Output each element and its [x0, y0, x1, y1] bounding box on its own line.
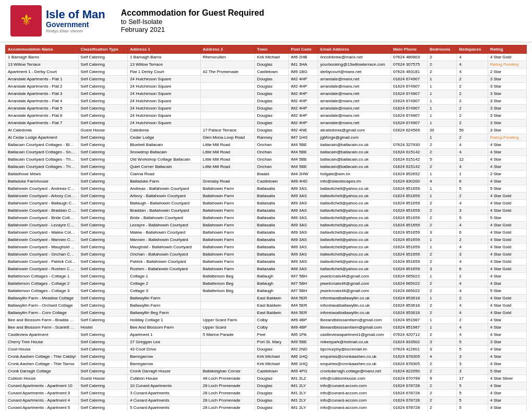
table-cell: ballavitchell@yahoo.co.uk [318, 200, 391, 207]
table-cell: IM9 4BP [288, 324, 318, 331]
table-cell: 5 [457, 339, 488, 346]
table-cell: 01624 878305 [391, 360, 427, 368]
table-cell: Arrandale Apartments - Flat 2 [6, 83, 79, 90]
table-cell: 4 Star Gold [488, 244, 526, 251]
table-cell [200, 360, 255, 368]
table-cell: Douglas [255, 76, 288, 83]
table-row: Cronk Darragh CottageSelf CateringCronk … [6, 368, 527, 375]
table-cell: 01624 830200 [391, 178, 427, 185]
table-cell: 5 Star [488, 287, 526, 295]
table-cell: Flat 1 Derby Court [128, 68, 201, 76]
table-cell: 4 Star [488, 331, 526, 339]
table-cell: 5 [457, 397, 488, 404]
table-row: Cunard Apartments - Apartment 10Self Cat… [6, 382, 527, 390]
table-row: At CaledoniaGuest HouseCaledonia17 Palac… [6, 127, 527, 134]
table-cell: 3 Star [488, 105, 526, 112]
table-cell: 2 [457, 236, 488, 244]
table-cell: 4 [457, 68, 488, 76]
table-cell: 4 [457, 324, 488, 331]
table-cell: Ballahowin Farm [200, 207, 255, 214]
table-cell: 4 [457, 141, 488, 149]
table-cell: 4 Star Gold [488, 236, 526, 244]
table-cell: IM9 3AS [288, 185, 318, 192]
page-title: Accommodation for Guest Required [121, 8, 264, 18]
table-cell: 5 [457, 404, 488, 412]
table-cell: 2 [427, 309, 456, 317]
table-cell: Ballahowin Courtyard - Arbory Cottage [6, 192, 79, 200]
table-cell: Ballasalla [255, 185, 288, 192]
table-cell: 2 [427, 368, 456, 375]
table-cell: IM1 2LZ [288, 375, 318, 382]
table-cell: 2 [457, 317, 488, 324]
table-cell: 1 [427, 171, 456, 178]
table-cell: ballacain@ballacain.co.uk [318, 149, 391, 156]
table-cell: Ballahowin Farm [200, 214, 255, 222]
table-cell: 42 The Promenade [200, 68, 255, 76]
table-cell: 01624 851659 [391, 258, 427, 265]
table-cell: arrandale@manx.net [318, 98, 391, 105]
table-cell: 2 [427, 331, 456, 339]
table-cell: 20 [427, 127, 456, 134]
table-cell: 5 Marine Parade [200, 331, 255, 339]
table-cell: Self Catering [78, 244, 128, 251]
table-cell: 4 Star Gold [488, 54, 526, 61]
table-cell: Ballasalla [255, 200, 288, 207]
table-cell: 2 [427, 302, 456, 309]
table-cell: 2 [427, 149, 456, 156]
table-cell: Rating Pending [488, 61, 526, 68]
table-cell: IM6 2HB [288, 54, 318, 61]
table-cell: Cianna Road [128, 171, 201, 178]
table-cell [200, 295, 255, 302]
table-cell: 01624 624569 [391, 127, 427, 134]
table-cell: Self Catering [78, 258, 128, 265]
table-cell: 5 Cunard Apartments [128, 404, 201, 412]
table-cell: 2 [457, 105, 488, 112]
table-cell: Ballahowin Courtyard - Andreas Cottage [6, 185, 79, 192]
table-cell: 07624 493181 [391, 68, 427, 76]
table-cell: 01624 853618 [391, 302, 427, 309]
table-row: Ballacain Courtyard Cottages - The Old W… [6, 156, 527, 163]
table-cell: Self Catering [78, 295, 128, 302]
table-cell: atcaledonia@gmail.com [318, 127, 391, 134]
table-cell: Ballaugh [255, 287, 288, 295]
table-cell: Beeandblossamfarm@gmail.com [318, 324, 391, 331]
column-header: Classification Type [78, 45, 128, 54]
table-cell: 01624 665022 [391, 273, 427, 280]
column-header: Address 1 [128, 45, 201, 54]
table-cell: IM9 3AS [288, 258, 318, 265]
table-cell: IM4 5BE [288, 156, 318, 163]
table-cell: Ballahowin Courtyard - Patrick Cottage [6, 258, 79, 265]
table-cell: Braddan - Ballahowin Courtyard [128, 207, 201, 214]
table-cell: Little Mill Road [200, 163, 255, 171]
table-cell: 1 [427, 317, 456, 324]
table-cell: IM6 1HQ [288, 353, 318, 360]
table-cell: IM1 2LY [288, 390, 318, 397]
table-cell: 2 Star [488, 68, 526, 76]
table-cell: Kirk Michael [255, 353, 288, 360]
table-cell: Guest House [78, 127, 128, 134]
table-cell: 4 [457, 280, 488, 287]
table-cell: 1 [427, 112, 456, 119]
table-row: Ballahowin Courtyard - Lezayre CottageSe… [6, 222, 527, 229]
column-header: Town [255, 45, 288, 54]
table-cell: Ballatterson Beg [200, 280, 255, 287]
table-cell: 01624 851987 [391, 317, 427, 324]
table-cell: 01624 851659 [391, 265, 427, 273]
table-cell: Onchan [255, 156, 288, 163]
table-cell: 2 [457, 295, 488, 302]
table-cell: Self Catering [78, 163, 128, 171]
table-cell: 4 Star [488, 178, 526, 185]
table-cell: Castletown [255, 178, 288, 185]
table-cell: Snowdrop Ballacain [128, 149, 201, 156]
table-cell: 4 Star [488, 382, 526, 390]
table-cell: IM4 5ER [288, 309, 318, 317]
table-cell: 17 [457, 375, 488, 382]
table-cell: Douglas [255, 83, 288, 90]
table-cell: yourbooking@13willowterrace.com [318, 61, 391, 68]
table-cell: Self Catering [78, 339, 128, 346]
table-cell: 3 [427, 229, 456, 236]
table-cell: 01624 878305 [391, 353, 427, 360]
table-cell: 9 [427, 375, 456, 382]
table-cell: Self Catering [78, 192, 128, 200]
table-cell: Ballahowin Courtyard - Ballaugh Cottage [6, 200, 79, 207]
